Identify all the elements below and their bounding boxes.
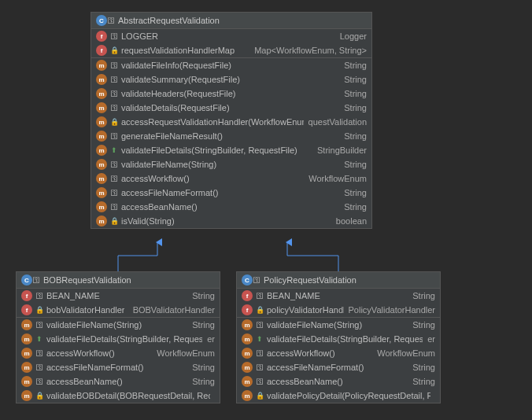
method-row[interactable]: m⚿accessFileNameFormat()String [91,186,371,200]
method-row[interactable]: m🔒validateBOBDetail(BOBRequestDetail, Re… [17,389,220,403]
field-type: Logger [340,31,367,41]
method-name: accessWorkflow() [46,348,115,358]
method-row[interactable]: m⚿accessBeanName()String [91,200,371,214]
field-name: LOGGER [121,31,158,41]
method-name: validatePolicyDetail(PolicyRequestDetail… [267,391,430,400]
method-type: String [192,377,215,386]
field-name: bobValidatorHandler [46,305,124,315]
method-row[interactable]: m⬆validateFileDetails(StringBuilder, Req… [91,143,371,157]
modifier-icon: 🔒 [110,217,118,225]
field-row[interactable]: f🔒policyValidatorHandlerPolicyValidatorH… [237,303,440,317]
method-type: String [412,363,435,372]
method-row[interactable]: m⚿validateHeaders(RequestFile)String [91,87,371,101]
class-icon: C [21,274,32,286]
modifier-icon: ⚿ [256,363,264,371]
method-row[interactable]: m⚿validateFileName(String)String [91,157,371,171]
method-type: StringBuilder [317,146,367,155]
modifier-icon: ⚿ [110,90,118,98]
method-name: validateHeaders(RequestFile) [121,89,236,98]
modifier-icon: ⚿ [110,189,118,197]
modifier-icon: ⚿ [35,378,43,385]
fields-section: f⚿LOGGERLoggerf🔒requestValidationHandler… [91,29,371,58]
class-abstractrequestvalidation[interactable]: C⚿AbstractRequestValidationf⚿LOGGERLogge… [91,12,372,229]
field-name: requestValidationHandlerMap [121,46,235,55]
method-row[interactable]: m⚿accessFileNameFormat()String [237,360,440,374]
field-row[interactable]: f🔒requestValidationHandlerMapMap<Workflo… [91,43,371,57]
field-type: String [192,291,215,300]
method-icon: m [242,362,253,373]
method-type: String [192,320,215,330]
method-icon: m [21,348,32,359]
methods-section: m⚿validateFileName(String)Stringm⬆valida… [17,318,220,403]
modifier-icon: ⚿ [110,175,118,182]
class-header[interactable]: C⚿PolicyRequestValidation [237,272,440,289]
method-row[interactable]: m⚿accessWorkflow()WorkflowEnum [237,346,440,360]
method-name: validateFileDetails(StringBuilder, Reque… [267,334,423,344]
modifier-icon: ⚿ [110,160,118,168]
method-name: isValid(String) [121,216,175,226]
method-name: accessRequestValidationHandler(WorkflowE… [121,117,304,127]
method-row[interactable]: m⚿validateFileName(String)String [237,318,440,332]
method-row[interactable]: m⬆validateFileDetails(StringBuilder, Req… [237,332,440,346]
method-icon: m [96,187,107,198]
fields-section: f⚿BEAN_NAMEStringf🔒bobValidatorHandlerBO… [17,289,220,318]
method-icon: m [96,173,107,184]
method-row[interactable]: m⚿accessWorkflow()WorkflowEnum [17,346,220,360]
field-icon: f [21,290,32,301]
method-row[interactable]: m⚿validateSummary(RequestFile)String [91,72,371,87]
method-row[interactable]: m⚿generateFileNameResult()String [91,129,371,143]
method-row[interactable]: m🔒validatePolicyDetail(PolicyRequestDeta… [237,389,440,403]
modifier-icon: ⚿ [35,349,43,357]
modifier-icon: 🔒 [35,392,43,400]
class-header[interactable]: C⚿BOBRequestValidation [17,272,220,289]
field-row[interactable]: f🔒bobValidatorHandlerBOBValidatorHandler [17,303,220,317]
class-bobrequestvalidation[interactable]: C⚿BOBRequestValidationf⚿BEAN_NAMEStringf… [16,271,220,403]
method-row[interactable]: m🔒isValid(String)boolean [91,214,371,228]
method-type: String [344,103,367,112]
method-row[interactable]: m⚿accessBeanName()String [237,374,440,389]
method-row[interactable]: m⚿validateDetails(RequestFile)String [91,101,371,115]
class-policyrequestvalidation[interactable]: C⚿PolicyRequestValidationf⚿BEAN_NAMEStri… [236,271,441,403]
method-row[interactable]: m🔒accessRequestValidationHandler(Workflo… [91,115,371,129]
method-icon: m [96,102,107,113]
method-name: accessBeanName() [121,202,198,212]
class-header[interactable]: C⚿AbstractRequestValidation [91,13,371,29]
method-row[interactable]: m⚿accessFileNameFormat()String [17,360,220,374]
modifier-icon: ⚿ [256,292,264,300]
method-row[interactable]: m⚿validateFileName(String)String [17,318,220,332]
method-name: validateSummary(RequestFile) [121,75,240,84]
modifier-icon: ⚿ [35,321,43,329]
methods-section: m⚿validateFileName(String)Stringm⬆valida… [237,318,440,403]
method-name: accessBeanName() [46,377,123,386]
modifier-icon: ⚿ [35,292,43,300]
field-name: BEAN_NAME [267,291,320,300]
method-name: accessFileNameFormat() [46,363,143,372]
method-icon: m [21,362,32,373]
field-row[interactable]: f⚿BEAN_NAMEString [17,289,220,303]
field-type: PolicyValidatorHandler [349,305,435,315]
method-icon: m [242,319,253,330]
modifier-icon: ⚿ [35,363,43,371]
field-type: Map<WorkflowEnum, String> [254,46,367,55]
class-title: AbstractRequestValidation [118,16,220,25]
method-name: validateFileDetails(StringBuilder, Reque… [121,146,297,155]
method-row[interactable]: m⚿accessBeanName()String [17,374,220,389]
field-name: BEAN_NAME [46,291,100,300]
modifier-icon: ⚿ [110,104,118,112]
modifier-icon: 🔒 [110,46,118,54]
method-row[interactable]: m⚿accessWorkflow()WorkflowEnum [91,171,371,186]
modifier-icon: ⚿ [253,276,260,284]
field-row[interactable]: f⚿BEAN_NAMEString [237,289,440,303]
modifier-icon: ⬆ [110,146,118,154]
method-name: validateFileName(String) [46,320,142,330]
method-name: accessFileNameFormat() [267,363,364,372]
modifier-icon: ⚿ [256,378,264,385]
method-row[interactable]: m⚿validateFileInfo(RequestFile)String [91,58,371,72]
method-icon: m [96,201,107,212]
field-row[interactable]: f⚿LOGGERLogger [91,29,371,43]
method-row[interactable]: m⬆validateFileDetails(StringBuilder, Req… [17,332,220,346]
field-name: policyValidatorHandler [267,305,344,315]
method-type: er [427,334,435,344]
modifier-icon: ⚿ [110,132,118,140]
method-type: WorkflowEnum [377,348,435,358]
